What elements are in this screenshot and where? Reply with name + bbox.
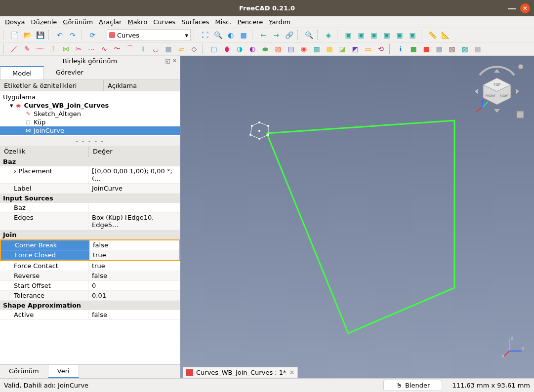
open-file-icon[interactable]: 📂 bbox=[22, 30, 33, 40]
join-curves-icon[interactable]: ⋈ bbox=[60, 43, 71, 54]
tab-model[interactable]: Model bbox=[0, 66, 44, 79]
info-icon[interactable]: ℹ bbox=[395, 43, 406, 54]
trim-face-icon[interactable]: ▱ bbox=[176, 43, 187, 54]
measure2-icon[interactable]: 📐 bbox=[440, 30, 451, 40]
tree-doc[interactable]: ▾ ◉ Curves_WB_Join_Curves bbox=[0, 101, 180, 110]
chevron-down-icon[interactable]: ▾ bbox=[10, 102, 13, 109]
link-icon[interactable]: 🔗 bbox=[284, 30, 294, 40]
approximate-icon[interactable]: ∿ bbox=[99, 43, 110, 54]
blendsolid-icon[interactable]: ◩ bbox=[350, 43, 361, 54]
nav-forward-icon[interactable]: → bbox=[271, 30, 282, 40]
tree-item-joincurve[interactable]: ⋈ JoinCurve bbox=[0, 126, 180, 135]
prop-placement[interactable]: › Placement [(0,00 0,00 1,00); 0,00 °; (… bbox=[0, 166, 180, 184]
discretize-icon[interactable]: ⋯ bbox=[86, 43, 97, 54]
menu-makro[interactable]: Makro bbox=[127, 18, 147, 26]
fit-selection-icon[interactable]: 🔍 bbox=[212, 30, 223, 40]
bbox-icon[interactable]: ▦ bbox=[238, 30, 249, 40]
extend-curve-icon[interactable]: ⤴ bbox=[47, 43, 58, 54]
zoom-icon[interactable]: 🔍 bbox=[303, 30, 314, 40]
menu-curves[interactable]: Curves bbox=[153, 18, 175, 26]
bottom-view-icon[interactable]: ▣ bbox=[394, 30, 405, 40]
paste-svg-icon[interactable]: ▦ bbox=[434, 43, 445, 54]
pipeshell-icon[interactable]: ⬬ bbox=[260, 43, 271, 54]
gordon-surface-icon[interactable]: ▨ bbox=[273, 43, 284, 54]
save-file-icon[interactable]: 💾 bbox=[35, 30, 45, 40]
reflect-lines-icon[interactable]: ▥ bbox=[311, 43, 322, 54]
menu-dosya[interactable]: Dosya bbox=[5, 18, 25, 26]
navigation-cube[interactable]: TOP FRONT RIGHT bbox=[467, 62, 527, 121]
interpolate-icon[interactable]: 〜 bbox=[112, 43, 123, 54]
segment-surface-icon[interactable]: ▤ bbox=[286, 43, 296, 54]
document-tab[interactable]: Curves_WB_Join_Curves : 1* ✕ bbox=[183, 367, 298, 378]
prop-baz2[interactable]: Baz bbox=[0, 203, 180, 213]
3d-view[interactable]: TOP FRONT RIGHT bbox=[180, 56, 534, 378]
rear-view-icon[interactable]: ▣ bbox=[381, 30, 392, 40]
property-editor[interactable]: Baz › Placement [(0,00 0,00 1,00); 0,00 … bbox=[0, 157, 180, 364]
menu-pencere[interactable]: Pencere bbox=[237, 18, 263, 26]
draw-style-icon[interactable]: ◐ bbox=[225, 30, 236, 40]
curve-on-surface-icon[interactable]: ◡ bbox=[150, 43, 161, 54]
tree-view[interactable]: Uygulama ▾ ◉ Curves_WB_Join_Curves ✎ Ske… bbox=[0, 91, 180, 136]
menu-araclar[interactable]: Araçlar bbox=[99, 18, 122, 26]
prop-reverse[interactable]: Reverse false bbox=[0, 271, 180, 281]
tab-tasks[interactable]: Görevler bbox=[44, 66, 95, 79]
nav-back-icon[interactable]: ← bbox=[258, 30, 269, 40]
mixed-curve-icon[interactable]: 〰 bbox=[35, 43, 45, 54]
menu-yardim[interactable]: Yardım bbox=[269, 18, 290, 26]
prop-active[interactable]: Active false bbox=[0, 310, 180, 320]
objects-to-console-icon[interactable]: ▧ bbox=[447, 43, 457, 54]
minimize-button[interactable]: — bbox=[507, 3, 516, 13]
splitter[interactable]: - - - - - bbox=[0, 136, 180, 146]
rotation-sweep-icon[interactable]: ⟲ bbox=[375, 43, 386, 54]
line-tool-icon[interactable]: ／ bbox=[9, 43, 20, 54]
solid-icon[interactable]: ■ bbox=[408, 43, 419, 54]
prop-label[interactable]: Label JoinCurve bbox=[0, 184, 180, 194]
sketch-on-surface-icon[interactable]: ▢ bbox=[208, 43, 219, 54]
zebra-tool-icon[interactable]: ▦ bbox=[163, 43, 174, 54]
right-view-icon[interactable]: ▣ bbox=[369, 30, 379, 40]
top-view-icon[interactable]: ▣ bbox=[356, 30, 367, 40]
prop-force-closed[interactable]: Force Closed true bbox=[1, 250, 179, 260]
tree-item-cube[interactable]: ◻ Küp bbox=[0, 118, 180, 126]
tab-gorunum[interactable]: Görünüm bbox=[0, 365, 48, 378]
pipeshell-profile-icon[interactable]: ◐ bbox=[247, 43, 258, 54]
group-input-sources[interactable]: Input Sources bbox=[0, 194, 180, 203]
prop-force-contact[interactable]: Force Contact true bbox=[0, 261, 180, 271]
tree-item-sketch[interactable]: ✎ Sketch_Altıgen bbox=[0, 110, 180, 118]
panel-float-icon[interactable]: ◱ bbox=[165, 58, 170, 64]
close-button[interactable]: ✕ bbox=[520, 3, 530, 13]
undo-icon[interactable]: ↶ bbox=[54, 30, 65, 40]
blendsurf-icon[interactable]: ◪ bbox=[337, 43, 348, 54]
refresh-icon[interactable]: ⟳ bbox=[87, 30, 98, 40]
iso-view-icon[interactable]: ◈ bbox=[323, 30, 334, 40]
curve-edit-icon[interactable]: ✎ bbox=[22, 43, 33, 54]
bspline-to-console-icon[interactable]: ▦ bbox=[472, 43, 483, 54]
profile-support-icon[interactable]: ◑ bbox=[234, 43, 245, 54]
close-tab-icon[interactable]: ✕ bbox=[289, 369, 295, 376]
sweep2rails-icon[interactable]: ⬮ bbox=[221, 43, 232, 54]
navigation-style-button[interactable]: 🖱 Blender bbox=[383, 380, 442, 391]
blend-curve-icon[interactable]: ⌒ bbox=[124, 43, 135, 54]
redo-icon[interactable]: ↷ bbox=[67, 30, 78, 40]
panel-close-icon[interactable]: ✕ bbox=[172, 58, 177, 64]
group-shape-approx[interactable]: Shape Approximation bbox=[0, 301, 180, 310]
flatten-face-icon[interactable]: ▭ bbox=[363, 43, 373, 54]
prop-edges[interactable]: Edges Box (Küp) [Edge10, Edge5… bbox=[0, 213, 180, 230]
left-view-icon[interactable]: ▣ bbox=[407, 30, 418, 40]
comb-plot-icon[interactable]: ⫴ bbox=[137, 43, 148, 54]
new-file-icon[interactable]: 📄 bbox=[9, 30, 20, 40]
tree-app-root[interactable]: Uygulama bbox=[0, 93, 180, 101]
group-baz[interactable]: Baz bbox=[0, 157, 180, 166]
prop-tolerance[interactable]: Tolerance 0,01 bbox=[0, 291, 180, 301]
menu-duzenle[interactable]: Düzenle bbox=[31, 18, 57, 26]
fit-all-icon[interactable]: ⛶ bbox=[200, 30, 210, 40]
prop-corner-break[interactable]: Corner Break false bbox=[1, 240, 179, 250]
split-curve-icon[interactable]: ✂ bbox=[73, 43, 84, 54]
workbench-selector[interactable]: Curves ▾ bbox=[107, 29, 191, 41]
measure-icon[interactable]: 📏 bbox=[427, 30, 438, 40]
isosurface-icon[interactable]: ◇ bbox=[189, 43, 200, 54]
compression-spring-icon[interactable]: ◉ bbox=[298, 43, 309, 54]
menu-gorunum[interactable]: Görünüm bbox=[63, 18, 93, 26]
prop-start-offset[interactable]: Start Offset 0 bbox=[0, 281, 180, 291]
front-view-icon[interactable]: ▣ bbox=[343, 30, 354, 40]
